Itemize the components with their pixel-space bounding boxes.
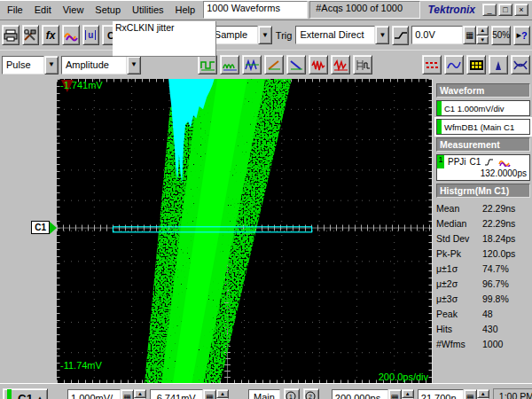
display-vector-button[interactable] — [444, 55, 464, 74]
histogram-icon — [491, 59, 506, 71]
measure-pkpk-button[interactable] — [242, 55, 262, 74]
stat-row: Hits430 — [436, 321, 530, 336]
context-help-button[interactable]: ▸? — [513, 26, 530, 45]
spin-up-icon[interactable]: ▲ — [402, 389, 414, 399]
zoom-1-button[interactable]: 1 — [284, 388, 300, 399]
waveform-item-label: C1 1.000mV/div — [444, 104, 505, 113]
menu-file[interactable]: File — [2, 2, 29, 18]
trigger-slope-button[interactable] — [392, 26, 409, 45]
clock-display: 1:00 PM 11/7/05 — [493, 388, 532, 399]
chevron-down-icon[interactable]: ▼ — [44, 56, 59, 74]
keypad-icon[interactable]: ▦ — [121, 389, 134, 399]
waveform-database-button[interactable] — [466, 55, 486, 74]
zoom-2-button[interactable]: 2 — [303, 388, 319, 399]
svg-text:2: 2 — [309, 394, 312, 399]
waveform-item-c1[interactable]: C1 1.000mV/div — [436, 100, 530, 116]
chevron-down-icon[interactable]: ▼ — [258, 26, 272, 44]
channel-reference-marker[interactable]: C1 — [31, 221, 57, 234]
menu-help[interactable]: Help — [170, 2, 202, 18]
print-button[interactable] — [2, 25, 20, 45]
spin-up-icon[interactable]: ▲ — [476, 26, 489, 35]
setup-tools-button[interactable] — [22, 25, 40, 45]
measurement-item[interactable]: 1 PPJi C1 132.0000ps — [436, 154, 530, 181]
stat-value: 18.24ps — [482, 233, 515, 244]
spin-down-icon[interactable]: ▼ — [476, 35, 489, 45]
measure-risetime-button[interactable] — [264, 55, 284, 74]
horizontal-position-field[interactable]: 21.700n ▦ ▲▼ — [418, 389, 489, 399]
acquisition-mode-select[interactable]: Sample ▼ — [210, 26, 272, 44]
dashed-line-icon — [425, 59, 440, 71]
channel-arrow-icon — [50, 222, 57, 234]
stat-value: 1000 — [482, 339, 503, 349]
spin-up-icon[interactable]: ▲ — [216, 389, 229, 399]
magnifier-2-icon: 2 — [304, 391, 318, 399]
measure-category-select[interactable]: Pulse ▼ — [2, 56, 59, 74]
keypad-icon[interactable]: ▦ — [464, 389, 477, 399]
measure-type-select[interactable]: Amplitude ▼ — [61, 56, 141, 74]
window-controls: _ □ × — [482, 4, 530, 16]
vertical-offset-field[interactable]: -6.741mV ▦ ▲▼ — [150, 389, 229, 399]
waveform-color-button[interactable] — [62, 25, 80, 45]
delay-icon — [356, 59, 371, 71]
histogram-statistics: Mean22.29nsMedian22.29nsStd Dev18.24psPk… — [436, 200, 530, 351]
trigger-level-field[interactable]: 0.0V ▦ ▲ ▼ — [411, 26, 489, 44]
measure-frequency-button[interactable] — [220, 55, 239, 74]
channel-label: C1 — [18, 392, 33, 399]
spin-up-icon[interactable]: ▲ — [477, 389, 489, 399]
math-button[interactable]: fx — [42, 25, 59, 45]
keypad-icon[interactable]: ▦ — [463, 26, 476, 44]
menu-edit[interactable]: Edit — [29, 2, 58, 18]
trigger-level-value: 0.0V — [411, 26, 463, 44]
menu-utilities[interactable]: Utilities — [127, 2, 169, 18]
histogram-mode-button[interactable] — [489, 55, 508, 74]
fall-time-icon — [289, 59, 304, 71]
measure-period-button[interactable] — [198, 55, 217, 74]
eye-diagram-icon — [513, 59, 528, 71]
horizontal-position-value: 21.700n — [418, 389, 464, 399]
restore-button[interactable]: □ — [498, 4, 512, 16]
display-dots-button[interactable] — [422, 55, 442, 74]
trigger-source-value: External Direct — [295, 26, 375, 44]
set-level-50-button[interactable]: 50% — [491, 26, 511, 45]
menu-bar: FileEditViewSetupUtilitiesHelp 1000 Wave… — [0, 0, 532, 20]
stat-label: #Wfms — [436, 339, 482, 349]
rise-time-icon — [267, 59, 282, 71]
close-button[interactable]: × — [514, 4, 528, 16]
stat-value: 96.7% — [482, 278, 509, 289]
minimize-button[interactable]: _ — [482, 4, 497, 16]
acquisition-mode-value: Sample — [210, 26, 258, 44]
histogram-section-header: Histgrm(Mn C1) — [436, 184, 530, 198]
measure-burst-button[interactable] — [309, 55, 328, 74]
cursors-button[interactable]: u — [82, 25, 100, 45]
stat-row: Mean22.29ns — [436, 200, 530, 215]
stat-value: 74.7% — [482, 263, 509, 274]
menu-items: FileEditViewSetupUtilitiesHelp — [2, 2, 201, 18]
spin-up-icon[interactable]: ▲ — [134, 389, 146, 399]
peak-peak-icon — [245, 59, 260, 71]
channel-select-button[interactable]: C1 ▲ — [3, 388, 48, 399]
channel-color-stripe — [437, 120, 442, 134]
channel-color-stripe — [437, 101, 442, 115]
readout-sidebar: Waveform C1 1.000mV/div WfmDB1 (Main C1 … — [432, 79, 532, 383]
measure-category-value: Pulse — [2, 56, 44, 74]
measure-phase-button[interactable] — [331, 55, 350, 74]
stat-label: Median — [436, 218, 482, 229]
keypad-icon[interactable]: ▦ — [388, 389, 402, 399]
eye-diagram-button[interactable] — [511, 55, 530, 74]
horizontal-scale-field[interactable]: 200.000ps ▦ ▲▼ — [332, 389, 414, 399]
keypad-icon[interactable]: ▦ — [203, 389, 216, 399]
fx-icon: fx — [46, 29, 56, 42]
chevron-down-icon[interactable]: ▼ — [127, 56, 141, 74]
waveform-plot — [57, 79, 432, 383]
measure-delay-button[interactable] — [353, 55, 372, 74]
menu-view[interactable]: View — [58, 2, 90, 18]
waveform-item-wfmdb1[interactable]: WfmDB1 (Main C1 — [436, 119, 530, 135]
chevron-down-icon[interactable]: ▼ — [375, 26, 389, 44]
database-grid-icon — [469, 59, 484, 71]
vertical-scale-field[interactable]: 1.000mV/ ▦ ▲▼ — [67, 389, 146, 399]
stat-label: Hits — [436, 324, 482, 334]
oscilloscope-application: FileEditViewSetupUtilitiesHelp 1000 Wave… — [0, 0, 532, 399]
menu-setup[interactable]: Setup — [90, 2, 127, 18]
measure-falltime-button[interactable] — [286, 55, 306, 74]
trigger-source-select[interactable]: External Direct ▼ — [295, 26, 389, 44]
